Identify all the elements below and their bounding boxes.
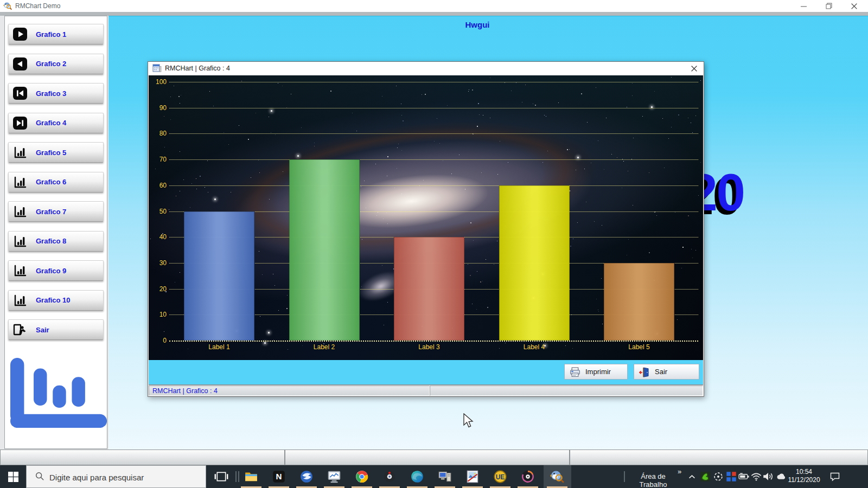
close-button[interactable]: [845, 0, 863, 12]
taskbar-icon-edge-icon[interactable]: [407, 469, 427, 484]
y-tick-label: 100: [149, 78, 167, 86]
taskbar-clock[interactable]: 10:54 11/12/2020: [783, 468, 825, 484]
show-hidden-icons-caret[interactable]: [686, 472, 697, 481]
gridline-80: [169, 133, 698, 134]
imprimir-button[interactable]: Imprimir: [564, 364, 628, 380]
main-statusbar-panel-2: [285, 450, 570, 465]
y-tick-label: 30: [149, 259, 167, 267]
task-view-icon[interactable]: [211, 469, 232, 484]
gridline-0: [169, 341, 698, 342]
taskbar-icon-rmchart-app-icon[interactable]: [547, 469, 567, 484]
main-statusbar-panel-1: [0, 450, 285, 465]
x-category-label: Label 1: [184, 343, 254, 351]
search-icon: [35, 471, 44, 481]
bar-chart-icon: [13, 264, 27, 277]
taskbar-icon-image-editor-icon[interactable]: [462, 469, 483, 484]
clock-date: 11/12/2020: [783, 476, 825, 484]
chart-window-close-icon[interactable]: [688, 64, 699, 73]
skip-end-icon: [13, 117, 27, 130]
sidebar-item-grafico-5[interactable]: Grafico 5: [8, 142, 104, 163]
sidebar-item-grafico-9[interactable]: Grafico 9: [8, 260, 104, 281]
tray-chevrons[interactable]: »: [678, 467, 681, 476]
taskbar-icon-pc-hardware-icon[interactable]: [435, 469, 455, 484]
bar-chart-icon: [13, 294, 27, 307]
sidebar-item-label: Grafico 8: [36, 237, 66, 245]
taskbar-icon-recorder-ring-icon[interactable]: [518, 469, 538, 484]
skip-start-icon: [13, 87, 27, 100]
bar-chart-icon: [13, 176, 27, 189]
clock-time: 10:54: [783, 468, 825, 476]
main-statusbar-panel-3: [570, 450, 868, 465]
y-tick-label: 0: [149, 337, 167, 344]
y-tick-label: 60: [149, 182, 167, 189]
tray-wifi-icon[interactable]: [751, 472, 762, 481]
form-window-icon: [152, 64, 162, 73]
gridline-70: [169, 159, 698, 160]
bar-label-2: [289, 159, 360, 341]
taskbar-search[interactable]: [26, 465, 206, 488]
sidebar-item-label: Grafico 5: [36, 149, 66, 157]
tray-battery-icon[interactable]: [738, 472, 749, 481]
rmchart-app-icon: [3, 2, 12, 10]
taskbar-icon-notepad-n-icon[interactable]: N: [269, 469, 289, 484]
tray-green-tool-icon[interactable]: [700, 472, 711, 481]
taskbar-icon-media-orb-icon[interactable]: [379, 469, 400, 484]
button-label: Sair: [655, 368, 667, 376]
prev-icon: [13, 57, 27, 70]
taskbar: NUE Área de Trabalho » 10:54 11/12/2020: [0, 465, 868, 488]
exit-icon: [13, 323, 27, 336]
tray-volume-icon[interactable]: [763, 472, 774, 481]
sidebar-item-label: Grafico 10: [36, 296, 71, 304]
taskbar-icon-thunderbird-icon[interactable]: [296, 469, 317, 484]
window-top-border: [0, 12, 868, 16]
sidebar-item-grafico-8[interactable]: Grafico 8: [8, 231, 104, 252]
sidebar-item-label: Grafico 7: [36, 208, 66, 216]
sidebar-item-label: Grafico 4: [36, 119, 66, 127]
sidebar-item-grafico-1[interactable]: Grafico 1: [8, 24, 104, 44]
gridline-90: [169, 108, 698, 108]
chart-window-button-strip: ImprimirSair: [149, 360, 703, 384]
gridline-100: [169, 82, 698, 82]
sidebar-item-grafico-6[interactable]: Grafico 6: [8, 172, 104, 192]
taskbar-separator: [235, 471, 237, 482]
bar-chart-plot: 0102030405060708090100 Label 1Label 2Lab…: [149, 75, 703, 360]
bar-label-5: [604, 263, 674, 341]
bar-chart-icon: [13, 235, 27, 248]
windows-start-icon[interactable]: [0, 465, 26, 488]
header-label: Hwgui: [108, 20, 846, 29]
taskbar-icon-chrome-icon[interactable]: [352, 469, 372, 484]
tray-separator: [624, 471, 625, 482]
notification-bubble-icon[interactable]: [829, 471, 841, 482]
tray-grid-squares-icon[interactable]: [726, 472, 737, 481]
restore-button[interactable]: [820, 0, 838, 12]
bar-label-4: [499, 185, 570, 341]
minimize-button[interactable]: [794, 0, 813, 12]
sidebar-item-grafico-3[interactable]: Grafico 3: [8, 83, 104, 104]
chart-window-statusbar: RMCHart | Grafico : 4: [149, 384, 703, 396]
sidebar-item-grafico-2[interactable]: Grafico 2: [8, 54, 104, 74]
chart-window-titlebar: RMCHart | Grafico : 4: [148, 62, 704, 75]
bar-chart-icon: [13, 146, 27, 159]
bar-chart-logo: [10, 358, 107, 428]
main-window-titlebar: RMChart Demo: [0, 0, 868, 12]
play-icon: [13, 28, 27, 41]
sidebar-item-grafico-10[interactable]: Grafico 10: [8, 290, 104, 311]
printer-icon: [570, 367, 580, 377]
sidebar-item-sair[interactable]: Sair: [8, 319, 104, 340]
tray-toolbar-label[interactable]: Área de Trabalho: [628, 472, 678, 488]
x-category-label: Label 3: [394, 343, 464, 351]
sair-button[interactable]: Sair: [634, 364, 699, 380]
tray-snip-circle-icon[interactable]: [713, 472, 724, 481]
taskbar-icon-system-monitor-icon[interactable]: [324, 469, 344, 484]
x-category-label: Label 2: [289, 343, 360, 351]
search-input[interactable]: [48, 466, 202, 488]
sidebar-item-grafico-4[interactable]: Grafico 4: [8, 113, 104, 133]
sidebar-item-grafico-7[interactable]: Grafico 7: [8, 201, 104, 222]
taskbar-icon-ultraedit-icon[interactable]: UE: [490, 469, 510, 484]
statusbar-panel-right: [430, 386, 703, 396]
y-tick-label: 80: [149, 130, 167, 137]
gridline-60: [169, 185, 698, 186]
y-tick-label: 90: [149, 104, 167, 112]
taskbar-icon-file-explorer-icon[interactable]: [241, 469, 261, 484]
y-tick-label: 10: [149, 311, 167, 318]
